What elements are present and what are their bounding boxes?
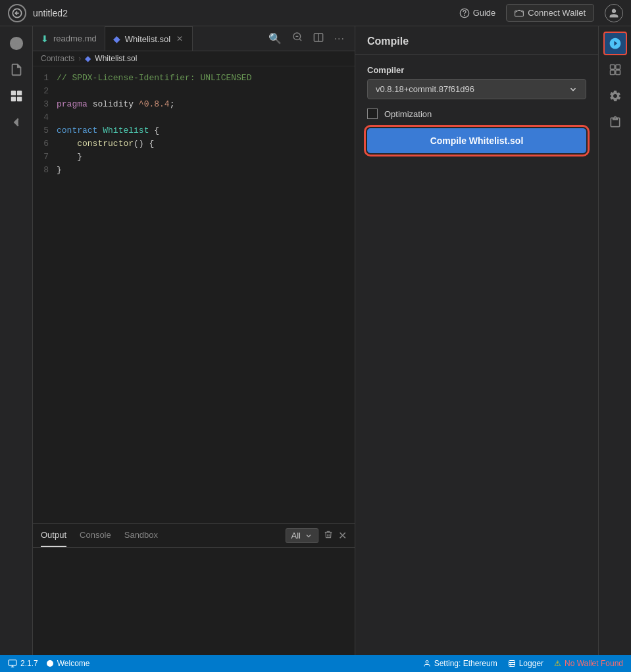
status-bar-right: Setting: Ethereum Logger ⚠ No Wallet Fou…: [423, 659, 623, 668]
compile-button[interactable]: Compile Whitelist.sol: [367, 128, 586, 153]
code-line-8: }: [57, 164, 347, 177]
compiler-version-select[interactable]: v0.8.18+commit.87f61d96: [367, 79, 586, 99]
wallet-status-label: No Wallet Found: [565, 659, 623, 668]
bottom-tab-console[interactable]: Console: [80, 524, 111, 547]
status-bar: 2.1.7 Welcome Setting: Ethereum Logger: [0, 655, 631, 672]
svg-point-24: [426, 661, 428, 663]
version-label: 2.1.7: [20, 659, 38, 668]
sidebar-back-icon[interactable]: [5, 32, 28, 55]
tab-readme-icon: ⬇: [41, 34, 49, 44]
line-numbers: 1 2 3 4 5 6 7 8: [33, 72, 57, 518]
svg-rect-25: [509, 661, 515, 667]
svg-rect-7: [11, 91, 15, 95]
optimization-field: Optimization: [367, 108, 586, 119]
code-line-3: pragma solidity ^0.8.4;: [57, 98, 347, 111]
page-title: untitled2: [33, 8, 68, 18]
bottom-panel: Output Console Sandbox All: [33, 523, 355, 655]
sandbox-tab-label: Sandbox: [124, 530, 158, 540]
code-content[interactable]: // SPDX-License-Identifier: UNLICENSED p…: [57, 72, 355, 518]
breadcrumb-file: Whitelist.sol: [95, 54, 137, 63]
svg-rect-18: [610, 70, 615, 75]
code-line-2: [57, 85, 347, 98]
svg-rect-20: [9, 660, 16, 665]
breadcrumb: Contracts › ◆ Whitelist.sol: [33, 51, 355, 66]
code-line-1: // SPDX-License-Identifier: UNLICENSED: [57, 72, 347, 85]
svg-line-12: [299, 39, 301, 41]
tab-bar: ⬇ readme.md ◆ Whitelist.sol ✕ 🔍: [33, 26, 355, 51]
compiler-label: Compiler: [367, 65, 586, 75]
svg-rect-8: [16, 91, 21, 95]
code-editor[interactable]: 1 2 3 4 5 6 7 8 // SPDX-License-Identifi…: [33, 66, 355, 523]
code-line-5: contract Whitelist {: [57, 124, 347, 137]
right-sidebar-clipboard-icon[interactable]: [603, 110, 627, 134]
breadcrumb-separator: ›: [78, 54, 81, 63]
breadcrumb-contracts[interactable]: Contracts: [41, 54, 74, 63]
filter-label: All: [291, 531, 301, 540]
right-sidebar-deploy-icon[interactable]: [603, 58, 627, 82]
user-avatar-button[interactable]: [605, 4, 623, 22]
status-welcome[interactable]: Welcome: [46, 659, 90, 668]
left-sidebar: [0, 26, 33, 655]
clear-filter-button[interactable]: [324, 530, 333, 541]
svg-rect-19: [615, 70, 620, 75]
svg-point-3: [464, 15, 465, 16]
status-bar-left: 2.1.7 Welcome: [8, 659, 90, 668]
tab-close-button[interactable]: ✕: [175, 33, 184, 45]
compile-panel: Compile Compiler v0.8.18+commit.87f61d96…: [355, 26, 598, 655]
connect-wallet-button[interactable]: Connect Wallet: [506, 4, 594, 22]
more-options-button[interactable]: ···: [331, 31, 348, 47]
status-version[interactable]: 2.1.7: [8, 659, 38, 668]
sidebar-grid-icon[interactable]: [5, 84, 28, 108]
filter-dropdown[interactable]: All: [286, 528, 318, 543]
split-editor-button[interactable]: [310, 30, 327, 47]
right-sidebar: [598, 26, 631, 655]
code-line-4: [57, 111, 347, 124]
sidebar-files-icon[interactable]: [5, 58, 28, 82]
svg-rect-17: [615, 65, 620, 70]
code-line-6: constructor() {: [57, 137, 347, 151]
svg-rect-16: [610, 65, 615, 70]
zoom-out-button[interactable]: [289, 30, 306, 47]
sidebar-collapse-icon[interactable]: [5, 110, 28, 134]
status-wallet[interactable]: ⚠ No Wallet Found: [554, 659, 623, 668]
editor-area: ⬇ readme.md ◆ Whitelist.sol ✕ 🔍: [33, 26, 355, 655]
optimization-label: Optimization: [384, 109, 432, 119]
close-panel-button[interactable]: ✕: [338, 529, 347, 542]
right-sidebar-settings-icon[interactable]: [603, 84, 627, 108]
compile-button-label: Compile Whitelist.sol: [430, 135, 524, 146]
top-bar-right: Guide Connect Wallet: [459, 4, 623, 22]
right-sidebar-compile-icon[interactable]: [603, 32, 627, 55]
status-logger[interactable]: Logger: [508, 659, 543, 668]
optimization-checkbox[interactable]: [367, 108, 378, 119]
top-bar: untitled2 Guide Connect Wallet: [0, 0, 631, 26]
bottom-panel-content: [33, 548, 355, 655]
zoom-in-button[interactable]: 🔍: [265, 30, 285, 47]
tab-readme[interactable]: ⬇ readme.md: [33, 26, 105, 51]
bottom-tab-sandbox[interactable]: Sandbox: [124, 524, 158, 547]
tab-readme-label: readme.md: [53, 34, 97, 43]
setting-label: Setting: Ethereum: [434, 659, 497, 668]
code-line-7: }: [57, 151, 347, 164]
guide-button[interactable]: Guide: [459, 8, 496, 18]
status-setting[interactable]: Setting: Ethereum: [423, 659, 497, 668]
back-button[interactable]: [8, 4, 26, 22]
top-bar-left: untitled2: [8, 4, 68, 22]
svg-rect-10: [16, 97, 21, 101]
connect-wallet-label: Connect Wallet: [528, 8, 586, 18]
tab-whitelist-label: Whitelist.sol: [125, 34, 170, 44]
welcome-label: Welcome: [57, 659, 90, 668]
compiler-field: Compiler v0.8.18+commit.87f61d96: [367, 65, 586, 99]
bottom-tab-actions: All ✕: [286, 528, 347, 543]
bottom-tab-output[interactable]: Output: [41, 524, 66, 547]
bottom-tab-bar: Output Console Sandbox All: [33, 524, 355, 548]
compiler-version-value: v0.8.18+commit.87f61d96: [376, 84, 474, 94]
tab-whitelist[interactable]: ◆ Whitelist.sol ✕: [105, 26, 193, 51]
tab-actions: 🔍 ···: [265, 30, 355, 47]
breadcrumb-eth-icon: ◆: [85, 54, 91, 63]
wallet-warning-icon: ⚠: [554, 659, 561, 668]
main-layout: ⬇ readme.md ◆ Whitelist.sol ✕ 🔍: [0, 26, 631, 655]
tab-whitelist-icon: ◆: [113, 34, 120, 44]
svg-rect-9: [11, 97, 15, 101]
guide-label: Guide: [473, 8, 496, 18]
output-tab-label: Output: [41, 530, 66, 540]
